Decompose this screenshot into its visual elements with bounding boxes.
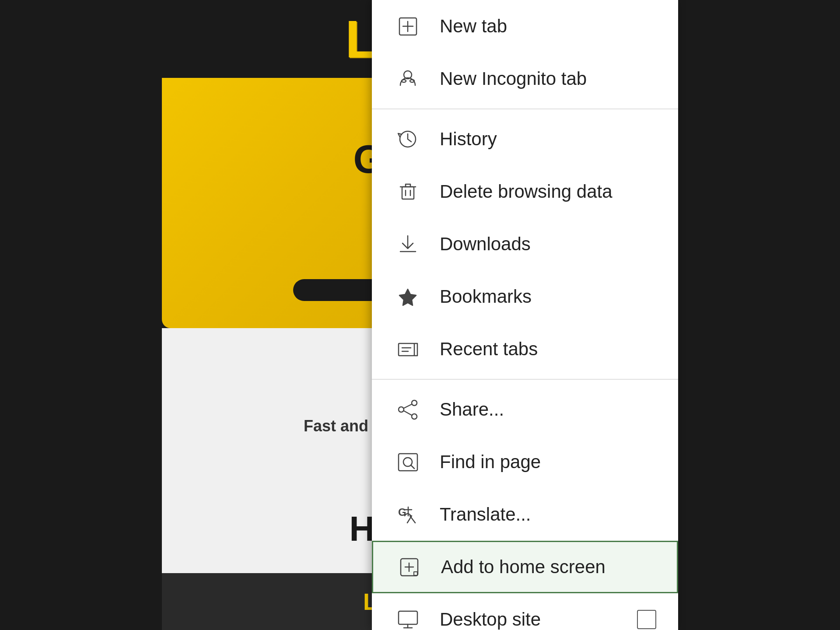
menu-label-history: History	[440, 129, 656, 150]
svg-text:G: G	[398, 506, 406, 518]
menu-item-new-tab[interactable]: New tab	[372, 0, 678, 52]
menu-item-bookmarks[interactable]: Bookmarks	[372, 270, 678, 323]
svg-rect-11	[402, 187, 414, 199]
menu-label-add-to-home-screen: Add to home screen	[441, 556, 655, 578]
menu-label-desktop-site: Desktop site	[440, 609, 637, 630]
svg-rect-33	[399, 611, 417, 624]
translate-icon: G	[394, 500, 422, 529]
menu-item-recent-tabs[interactable]: Recent tabs	[372, 323, 678, 375]
menu-label-translate: Translate...	[440, 504, 656, 525]
menu-item-share[interactable]: Share...	[372, 383, 678, 436]
menu-label-share: Share...	[440, 399, 656, 420]
add-home-icon	[395, 553, 424, 581]
menu-label-delete-browsing-data: Delete browsing data	[440, 181, 656, 202]
desktop-icon	[394, 606, 422, 630]
menu-item-downloads[interactable]: Downloads	[372, 218, 678, 270]
svg-point-21	[412, 414, 417, 419]
share-icon	[394, 396, 422, 424]
menu-label-new-incognito-tab: New Incognito tab	[440, 68, 656, 89]
separator-1	[372, 108, 678, 109]
downloads-icon	[394, 230, 422, 259]
delete-icon	[394, 178, 422, 206]
history-icon	[394, 125, 422, 154]
svg-rect-16	[399, 343, 414, 356]
incognito-icon	[394, 65, 422, 93]
svg-marker-15	[399, 289, 416, 305]
recent-tabs-icon	[394, 335, 422, 364]
menu-label-recent-tabs: Recent tabs	[440, 339, 656, 360]
separator-2	[372, 379, 678, 380]
svg-point-19	[412, 400, 417, 406]
svg-line-23	[404, 411, 412, 415]
menu-label-new-tab: New tab	[440, 16, 656, 37]
svg-line-26	[411, 465, 414, 469]
menu-item-translate[interactable]: G Translate...	[372, 488, 678, 541]
menu-item-find-in-page[interactable]: Find in page	[372, 436, 678, 488]
menu-item-add-to-home-screen[interactable]: Add to home screen	[372, 541, 678, 593]
svg-point-20	[399, 407, 404, 412]
svg-line-22	[404, 404, 412, 408]
menu-item-history[interactable]: History	[372, 113, 678, 165]
menu-label-downloads: Downloads	[440, 234, 656, 255]
menu-item-desktop-site[interactable]: Desktop site	[372, 593, 678, 630]
menu-label-find-in-page: Find in page	[440, 452, 656, 472]
menu-item-delete-browsing-data[interactable]: Delete browsing data	[372, 165, 678, 218]
desktop-site-checkbox[interactable]	[637, 610, 656, 629]
chrome-context-menu: New tab New Incognito tab History	[372, 0, 678, 630]
menu-label-bookmarks: Bookmarks	[440, 286, 656, 307]
find-icon	[394, 448, 422, 476]
menu-item-new-incognito-tab[interactable]: New Incognito tab	[372, 52, 678, 105]
bookmarks-icon	[394, 283, 422, 311]
new-tab-icon	[394, 12, 422, 41]
